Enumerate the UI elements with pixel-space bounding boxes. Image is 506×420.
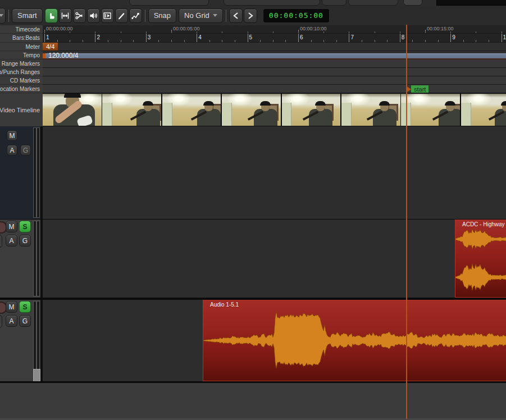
clipped-button <box>322 0 347 6</box>
timecode-tick-label: 00:00:15:00 <box>427 26 454 31</box>
meter-slot <box>37 301 40 380</box>
ruler-stack: Timecode 00:00:00:0000:00:05:0000:00:10:… <box>0 25 506 93</box>
tempo-ruler[interactable]: 120.000/4 <box>43 51 506 60</box>
video-thumbnail <box>162 94 221 126</box>
video-thumbnail <box>341 94 400 126</box>
automation-icon <box>131 11 140 20</box>
secondary-clock[interactable]: 00:00:05:00 <box>263 8 330 23</box>
clipped-button <box>436 0 506 6</box>
group-button[interactable]: G <box>19 315 31 327</box>
clipped-button <box>224 0 320 6</box>
grid-mode-value: No Grid <box>184 11 209 20</box>
person-figure <box>309 100 335 126</box>
ruler-row-loop-punch: Loop/Punch Ranges <box>0 68 506 76</box>
video-thumbnail <box>43 94 102 126</box>
video-thumbnail <box>461 94 506 126</box>
audio-track-2-canvas[interactable]: Audio 1-5.1 <box>43 300 506 381</box>
meter-ruler[interactable]: 4/4 <box>43 43 506 51</box>
group-button[interactable]: G <box>20 145 31 156</box>
bar-number: 7 <box>350 34 354 40</box>
meter-slot <box>37 127 40 218</box>
ruler-label: Timecode <box>0 25 43 34</box>
clipped-input-button[interactable] <box>0 235 2 248</box>
playlist-a-button[interactable]: A <box>6 235 17 246</box>
ruler-label: Meter <box>0 43 43 51</box>
solo-button[interactable]: S <box>19 301 31 313</box>
nudge-back-button[interactable] <box>229 8 243 23</box>
timecode-tick-label: 00:00:00:00 <box>46 26 73 31</box>
start-location-marker[interactable]: start <box>406 85 428 93</box>
bar-number: 8 <box>402 34 405 40</box>
mute-button[interactable]: M <box>6 221 17 232</box>
clipped-input-button[interactable] <box>0 315 2 328</box>
stretch-tool-button[interactable] <box>101 8 114 23</box>
audio-track-2: M S A G Audio 1-5.1 <box>0 300 506 381</box>
video-thumbnail <box>282 94 341 126</box>
track-divider <box>0 381 506 383</box>
timecode-ruler[interactable]: 00:00:00:0000:00:05:0000:00:10:0000:00:1… <box>43 25 506 34</box>
playlist-a-button[interactable]: A <box>6 315 17 327</box>
marker-label: start <box>411 85 428 93</box>
timecode-tick-label: 00:00:05:00 <box>173 26 200 31</box>
chevron-left-icon <box>233 12 239 20</box>
waveform <box>203 300 506 381</box>
edit-canvas: M A G M S A G <box>0 126 506 420</box>
mute-button[interactable]: M <box>6 301 17 313</box>
range-markers-ruler[interactable] <box>43 60 506 68</box>
cd-markers-ruler[interactable] <box>43 76 506 85</box>
clipped-button <box>348 0 398 6</box>
video-thumbnail <box>102 94 161 126</box>
video-track-canvas[interactable] <box>43 126 506 219</box>
waveform <box>455 220 506 297</box>
meter-marker[interactable]: 4/4 <box>43 43 58 51</box>
grab-tool-button[interactable] <box>45 8 58 23</box>
bars-beats-ruler[interactable]: 12345678910 <box>43 34 506 43</box>
ruler-row-tempo: Tempo 120.000/4 <box>0 51 506 60</box>
tool-button-group <box>45 8 142 23</box>
clipped-upper-toolbar <box>0 0 506 6</box>
audio-track-1: M S A G ACDC - Highway <box>0 220 506 298</box>
video-timeline-row: Video Timeline <box>0 93 506 126</box>
draw-tool-button[interactable] <box>115 8 128 23</box>
ruler-row-range-markers: Range Markers <box>0 60 506 68</box>
person-figure <box>136 100 161 126</box>
solo-button[interactable]: S <box>19 221 31 232</box>
snap-button[interactable]: Snap <box>148 8 176 23</box>
ruler-row-timecode: Timecode 00:00:00:0000:00:05:0000:00:10:… <box>0 25 506 34</box>
ruler-label: Tempo <box>0 51 43 60</box>
timecode-tick-label: 00:00:10:00 <box>300 26 327 31</box>
ruler-label: Location Markers <box>0 85 43 93</box>
grid-mode-dropdown[interactable]: No Grid <box>179 8 223 23</box>
loop-punch-ruler[interactable] <box>43 68 506 76</box>
audio-track-1-canvas[interactable]: ACDC - Highway <box>43 220 506 298</box>
meter-slot <box>37 221 40 296</box>
meter-handle[interactable] <box>33 369 40 382</box>
location-markers-ruler[interactable]: start <box>43 85 506 93</box>
group-button[interactable]: G <box>19 235 31 246</box>
ruler-label: Range Markers <box>0 60 43 68</box>
automation-tool-button[interactable] <box>129 8 142 23</box>
range-tool-button[interactable] <box>59 8 72 23</box>
cut-tool-button[interactable] <box>73 8 86 23</box>
ruler-label: Video Timeline <box>0 93 43 126</box>
audio-region-acdc[interactable]: ACDC - Highway <box>455 220 506 298</box>
clipped-dropdown-button[interactable] <box>0 8 6 24</box>
toolbar-separator <box>145 10 145 22</box>
toolbar-separator <box>226 10 226 22</box>
nudge-forward-button[interactable] <box>244 8 257 23</box>
bar-number: 2 <box>97 34 100 40</box>
ruler-row-meter: Meter 4/4 <box>0 43 506 51</box>
smart-mode-button[interactable]: Smart <box>12 8 43 23</box>
audio-region-audio1[interactable]: Audio 1-5.1 <box>203 300 506 381</box>
person-figure <box>439 100 460 126</box>
bar-number: 9 <box>452 34 455 40</box>
playlist-a-button[interactable]: A <box>7 145 17 156</box>
chevron-down-icon <box>213 14 217 17</box>
mute-button[interactable]: M <box>7 130 17 141</box>
hand-icon <box>47 11 56 20</box>
video-timeline-strip[interactable] <box>43 93 506 126</box>
tempo-value[interactable]: 120.000/4 <box>48 52 78 60</box>
playhead[interactable] <box>406 25 407 419</box>
bar-number: 5 <box>249 34 253 40</box>
audition-tool-button[interactable] <box>87 8 100 23</box>
